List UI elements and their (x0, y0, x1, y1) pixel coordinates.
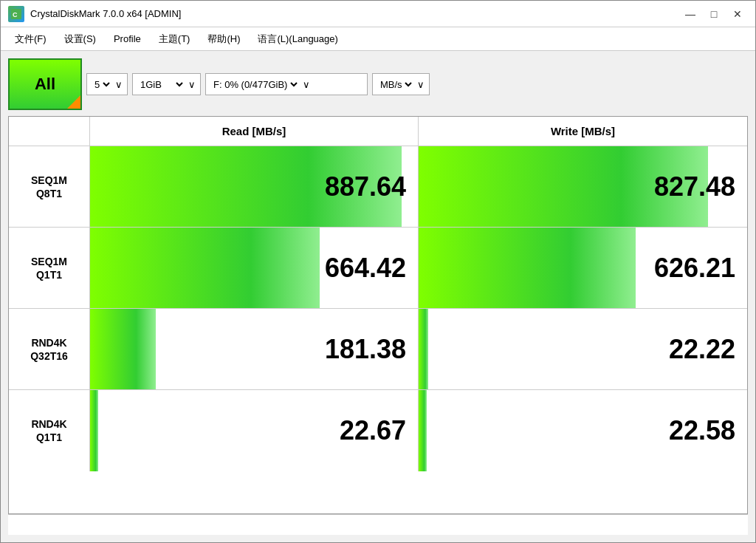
controls-row: All 5 1 3 9 ∨ 1GiB 512MiB 2GiB (8, 58, 748, 110)
drive-select[interactable]: F: 0% (0/477GiB) (210, 78, 300, 91)
benchmark-table: Read [MB/s] Write [MB/s] SEQ1M Q8T1 887.… (8, 116, 748, 514)
read-cell-1: 664.42 (90, 228, 419, 308)
close-button[interactable]: ✕ (727, 6, 748, 22)
table-row: RND4K Q1T1 22.67 22.58 (9, 390, 747, 471)
status-bar (8, 514, 748, 535)
table-row: SEQ1M Q1T1 664.42 626.21 (9, 228, 747, 309)
menu-language[interactable]: 语言(L)(Language) (250, 29, 346, 49)
minimize-button[interactable]: — (680, 6, 701, 22)
row-label-1: SEQ1M Q1T1 (9, 228, 90, 308)
read-cell-3: 22.67 (90, 390, 419, 471)
write-cell-1: 626.21 (419, 228, 747, 308)
read-bar-3 (90, 390, 98, 471)
count-selector[interactable]: 5 1 3 9 ∨ (86, 73, 128, 95)
write-bar-1 (419, 228, 636, 308)
header-read: Read [MB/s] (90, 117, 419, 146)
table-row: RND4K Q32T16 181.38 22.22 (9, 309, 747, 390)
main-content: All 5 1 3 9 ∨ 1GiB 512MiB 2GiB (1, 51, 755, 542)
svg-text:C: C (13, 11, 18, 18)
read-bar-2 (90, 309, 156, 389)
write-value-2: 22.22 (669, 334, 735, 365)
write-cell-0: 827.48 (419, 146, 747, 227)
read-value-1: 664.42 (325, 253, 406, 284)
write-bar-2 (419, 309, 428, 389)
read-value-0: 887.64 (325, 171, 406, 202)
menu-theme[interactable]: 主題(T) (151, 29, 199, 49)
drive-selector[interactable]: F: 0% (0/477GiB) ∨ (205, 73, 368, 95)
data-rows: SEQ1M Q8T1 887.64 827.48 SEQ1M Q1T1 664.… (9, 146, 747, 471)
table-header: Read [MB/s] Write [MB/s] (9, 117, 747, 146)
menu-file[interactable]: 文件(F) (7, 29, 55, 49)
header-write: Write [MB/s] (419, 117, 747, 146)
row-label-3: RND4K Q1T1 (9, 390, 90, 471)
all-button[interactable]: All (8, 58, 82, 110)
size-selector[interactable]: 1GiB 512MiB 2GiB ∨ (132, 73, 201, 95)
menu-help[interactable]: 帮助(H) (199, 29, 248, 49)
size-select[interactable]: 1GiB 512MiB 2GiB (137, 78, 185, 91)
write-cell-3: 22.58 (419, 390, 747, 471)
table-row: SEQ1M Q8T1 887.64 827.48 (9, 146, 747, 228)
read-value-2: 181.38 (325, 334, 406, 365)
write-value-3: 22.58 (669, 415, 735, 446)
app-icon: C (8, 6, 24, 22)
maximize-button[interactable]: □ (704, 6, 724, 22)
write-value-1: 626.21 (654, 253, 735, 284)
read-cell-2: 181.38 (90, 309, 419, 389)
title-bar: C CrystalDiskMark 7.0.0 x64 [ADMIN] — □ … (1, 1, 755, 27)
row-label-0: SEQ1M Q8T1 (9, 146, 90, 227)
read-cell-0: 887.64 (90, 146, 419, 227)
unit-selector[interactable]: MB/s GB/s ∨ (372, 73, 430, 95)
read-bar-1 (90, 228, 320, 308)
window-controls: — □ ✕ (680, 6, 748, 22)
row-label-2: RND4K Q32T16 (9, 309, 90, 389)
unit-select[interactable]: MB/s GB/s (377, 78, 414, 91)
write-cell-2: 22.22 (419, 309, 747, 389)
read-value-3: 22.67 (340, 415, 406, 446)
main-window: C CrystalDiskMark 7.0.0 x64 [ADMIN] — □ … (0, 0, 756, 543)
menu-settings[interactable]: 设置(S) (56, 29, 104, 49)
write-value-0: 827.48 (654, 171, 735, 202)
header-empty (9, 117, 90, 146)
count-select[interactable]: 5 1 3 9 (92, 78, 112, 91)
menu-profile[interactable]: Profile (106, 30, 149, 48)
menu-bar: 文件(F) 设置(S) Profile 主題(T) 帮助(H) 语言(L)(La… (1, 27, 755, 51)
write-bar-3 (419, 390, 427, 471)
window-title: CrystalDiskMark 7.0.0 x64 [ADMIN] (30, 8, 680, 19)
